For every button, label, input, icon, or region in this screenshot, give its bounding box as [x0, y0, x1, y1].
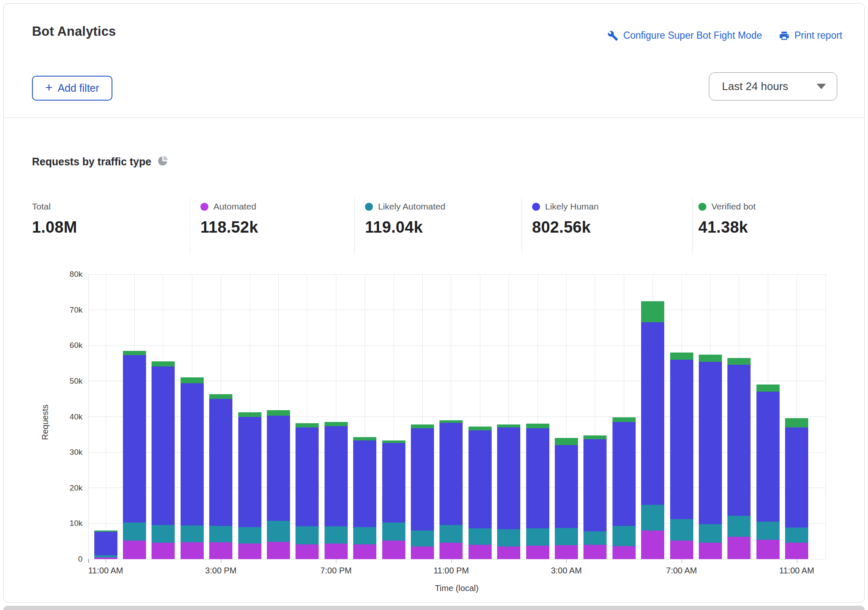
bar-segment-automated: [612, 546, 636, 559]
y-tick-label: 10k: [53, 519, 83, 528]
bar-segment-verified-bot: [411, 424, 434, 428]
bar-segment-verified-bot: [181, 377, 204, 383]
bar-10-00-am: [756, 385, 780, 559]
bar-1-00-am: [497, 424, 520, 559]
stat-total-value: 1.08M: [32, 218, 77, 236]
bar-segment-verified-bot: [469, 427, 492, 430]
bar-segment-automated: [497, 546, 520, 560]
bar-segment-likely-automated: [325, 526, 348, 544]
bar-segment-likely-human: [94, 532, 117, 555]
next-card-top-edge: [3, 606, 865, 610]
bar-segment-likely-automated: [411, 530, 434, 546]
bar-segment-likely-human: [497, 427, 520, 529]
bar-segment-likely-human: [411, 428, 434, 531]
plus-icon: +: [45, 81, 53, 94]
print-link-label: Print report: [794, 30, 842, 41]
y-tick-label: 40k: [53, 412, 83, 422]
bar-segment-likely-human: [181, 383, 204, 526]
x-tick-label: 3:00 PM: [192, 566, 250, 576]
bar-segment-likely-automated: [785, 528, 808, 543]
section-heading-label: Requests by traffic type: [32, 156, 151, 168]
section-heading: Requests by traffic type: [32, 155, 168, 168]
bar-5-00-am: [612, 417, 636, 559]
bar-segment-automated: [209, 542, 232, 559]
bar-8-00-am: [699, 355, 722, 559]
bar-segment-likely-automated: [526, 528, 549, 546]
stat-likely-automated-label: Likely Automated: [378, 202, 445, 212]
bot-analytics-card: Bot Analytics Configure Super Bot Fight …: [3, 3, 865, 602]
bar-segment-verified-bot: [497, 424, 520, 427]
stat-automated: Automated 118.52k: [200, 202, 258, 236]
bar-11-00-am: [785, 418, 808, 559]
bar-segment-automated: [583, 545, 607, 559]
bar-segment-likely-human: [123, 355, 146, 522]
bar-segment-likely-automated: [469, 528, 492, 545]
y-tick-label: 50k: [53, 377, 83, 386]
bar-segment-automated: [699, 543, 722, 559]
bar-segment-verified-bot: [727, 358, 751, 365]
configure-link-label: Configure Super Bot Fight Mode: [623, 30, 762, 41]
bar-segment-automated: [411, 546, 434, 560]
bar-segment-automated: [727, 537, 751, 559]
print-report-link[interactable]: Print report: [779, 30, 842, 41]
configure-super-bot-fight-mode-link[interactable]: Configure Super Bot Fight Mode: [607, 30, 762, 41]
bar-6-00-pm: [296, 423, 319, 559]
bar-segment-verified-bot: [325, 422, 348, 426]
stat-total: Total 1.08M: [32, 202, 77, 236]
bar-segment-likely-human: [439, 423, 463, 525]
bar-segment-likely-human: [612, 422, 636, 525]
bar-segment-likely-human: [699, 362, 722, 524]
bar-segment-automated: [238, 544, 261, 559]
bar-segment-likely-human: [382, 443, 405, 522]
bar-segment-verified-bot: [699, 355, 722, 362]
bar-segment-verified-bot: [152, 361, 175, 367]
bar-segment-likely-automated: [267, 521, 290, 542]
stat-divider: [522, 198, 522, 254]
bar-segment-likely-human: [526, 428, 549, 529]
y-gridline: [88, 274, 825, 275]
bar-segment-verified-bot: [267, 410, 290, 416]
x-tick-mark: [566, 559, 567, 563]
bar-9-00-pm: [382, 440, 405, 559]
bar-segment-automated: [555, 545, 578, 559]
header-actions: Configure Super Bot Fight Mode Print rep…: [607, 30, 842, 41]
bar-2-00-pm: [181, 377, 204, 559]
bar-segment-likely-human: [209, 399, 232, 526]
x-tick-label: 11:00 AM: [76, 566, 135, 576]
bar-segment-verified-bot: [612, 417, 636, 422]
stat-automated-label: Automated: [213, 202, 256, 212]
bar-segment-likely-human: [785, 427, 808, 528]
stat-total-label: Total: [32, 202, 51, 212]
bar-segment-verified-bot: [209, 394, 232, 399]
bar-segment-verified-bot: [785, 418, 808, 427]
bar-segment-likely-human: [238, 417, 261, 527]
stat-divider: [354, 198, 355, 254]
stat-likely-automated: Likely Automated 119.04k: [365, 202, 445, 236]
add-filter-button[interactable]: + Add filter: [32, 76, 112, 101]
bar-4-00-pm: [238, 412, 261, 559]
bar-segment-likely-human: [296, 427, 319, 526]
stat-likely-human-label: Likely Human: [545, 202, 599, 212]
bar-segment-verified-bot: [641, 301, 664, 322]
bar-1-00-pm: [152, 361, 175, 559]
bar-segment-likely-human: [670, 360, 693, 519]
x-gridline: [106, 274, 106, 559]
bar-segment-automated: [641, 530, 664, 559]
stat-divider: [692, 198, 693, 254]
stat-likely-human: Likely Human 802.56k: [532, 202, 599, 236]
y-gridline: [88, 345, 825, 346]
bar-segment-verified-bot: [353, 437, 376, 441]
bar-segment-automated: [756, 540, 780, 560]
bar-2-00-am: [526, 424, 549, 559]
bar-segment-automated: [353, 544, 376, 560]
bar-segment-likely-automated: [583, 531, 607, 545]
bar-10-00-pm: [411, 424, 434, 559]
y-tick-label: 30k: [53, 448, 83, 457]
bar-segment-likely-automated: [296, 526, 319, 544]
bar-segment-automated: [296, 544, 319, 559]
bar-segment-likely-automated: [756, 522, 780, 539]
x-tick-mark: [336, 559, 336, 563]
bar-11-00-pm: [439, 420, 463, 559]
time-range-dropdown[interactable]: Last 24 hours: [709, 72, 837, 101]
bar-segment-likely-automated: [123, 522, 146, 541]
